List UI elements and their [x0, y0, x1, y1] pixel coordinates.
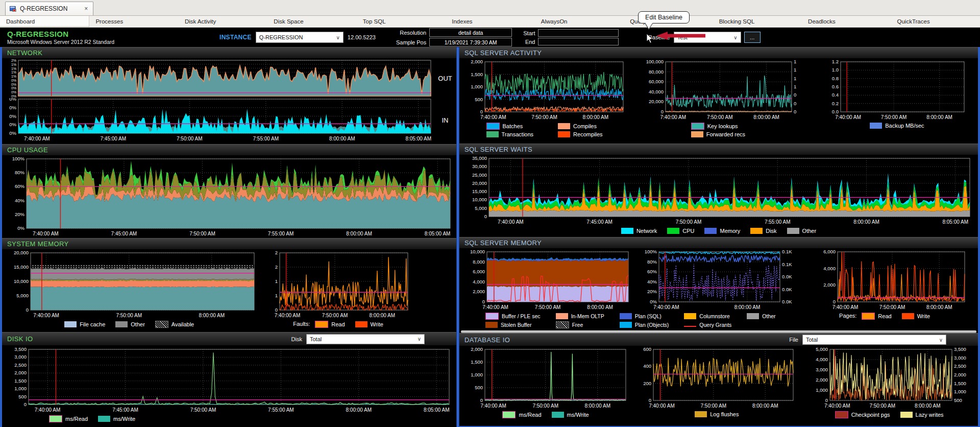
- menu-item-alwayson[interactable]: AlwaysOn: [535, 16, 624, 27]
- tab-close-icon[interactable]: ×: [84, 5, 88, 12]
- menu-item-quicktraces[interactable]: QuickTraces: [891, 16, 980, 27]
- svg-text:0%: 0%: [9, 98, 16, 102]
- file-filter: File Total∨: [789, 335, 946, 345]
- svg-text:7:40:00 AM: 7:40:00 AM: [832, 304, 858, 310]
- menu-item-blocking-sql[interactable]: Blocking SQL: [713, 16, 802, 27]
- start-input[interactable]: [538, 29, 619, 37]
- svg-text:8:00:00 AM: 8:00:00 AM: [329, 136, 355, 141]
- svg-text:3,000: 3,000: [816, 367, 828, 372]
- buffer-memory-chart: 10,0008,0006,0004,0002,00007:40:00 AM7:5…: [461, 249, 632, 311]
- legend-item: ms/Write: [552, 412, 589, 418]
- dashboard-right-column: SQL SERVER ACTIVITY 2,0001,5001,00050007…: [459, 47, 980, 427]
- menu-item-processes[interactable]: Processes: [89, 16, 178, 27]
- disk-filter: Disk Total∨: [291, 334, 425, 344]
- legend-label: Compiles: [573, 123, 597, 129]
- svg-text:7:50:00 AM: 7:50:00 AM: [322, 313, 348, 318]
- svg-text:2,000: 2,000: [954, 372, 966, 377]
- menu-item-disk-space[interactable]: Disk Space: [267, 16, 356, 27]
- panel-title-sql-waits: SQL SERVER WAITS: [464, 146, 532, 153]
- svg-text:1: 1: [794, 76, 796, 81]
- svg-text:0: 0: [275, 307, 278, 313]
- svg-text:0.0K: 0.0K: [782, 274, 792, 279]
- legend-item: Backup MB/sec: [870, 123, 924, 129]
- svg-text:60%: 60%: [647, 269, 657, 274]
- legend-item: Forwarded recs: [691, 131, 745, 137]
- file-filter-select[interactable]: Total∨: [802, 335, 946, 345]
- instance-value: Q-REGRESSION: [259, 34, 303, 40]
- network-in-label: IN: [434, 98, 456, 142]
- sql-memory-legend: Buffer / PLE secIn-Mem OLTPPlan (SQL)Col…: [459, 311, 802, 328]
- dashboard-grid: NETWORK 2%1%1%1%1%0%0%0%0%0% OUT 0%0%0%0…: [0, 47, 980, 427]
- legend-item: File cache: [64, 321, 105, 327]
- panel-database-io: DATABASE IO File Total∨ 2,0001,5001,0005…: [459, 330, 978, 426]
- start-label: Start: [523, 30, 535, 36]
- dashboard-app: Q-REGRESSION × DashboardProcessesDisk Ac…: [0, 0, 980, 427]
- menu-item-dashboard[interactable]: Dashboard: [0, 16, 89, 27]
- cache-hit-chart-svg: 100%80%60%40%20%0%0.1K0.1K0.0K0.0K0.0K7:…: [638, 249, 798, 311]
- svg-text:30,000: 30,000: [472, 163, 487, 169]
- legend-label: Free: [572, 322, 583, 328]
- backup-chart-svg: 1.21.00.80.60.40.20.07:40:00 AM7:50:00 A…: [824, 59, 969, 121]
- svg-text:8:00:00 AM: 8:00:00 AM: [853, 219, 879, 225]
- database-io-charts: 2,0001,5001,00050007:40:00 AM7:50:00 AM8…: [459, 347, 978, 418]
- legend-swatch: [315, 321, 328, 328]
- pages-chart: 6,0004,0002,00007:40:00 AM7:50:00 AM8:00…: [814, 249, 970, 311]
- tab-q-regression[interactable]: Q-REGRESSION ×: [5, 2, 93, 15]
- panel-sql-activity: SQL SERVER ACTIVITY 2,0001,5001,00050007…: [459, 47, 978, 144]
- svg-text:500: 500: [954, 397, 962, 403]
- legend-label: In-Mem OLTP: [571, 313, 604, 319]
- svg-text:500: 500: [475, 97, 483, 102]
- svg-text:60,000: 60,000: [649, 79, 664, 84]
- tab-bar: Q-REGRESSION ×: [0, 0, 980, 16]
- disk-filter-value: Total: [310, 336, 322, 342]
- legend-item: Disk: [750, 228, 776, 234]
- svg-text:8:00:00 AM: 8:00:00 AM: [346, 231, 372, 236]
- svg-text:0: 0: [649, 397, 651, 403]
- panel-system-memory: SYSTEM MEMORY 20,00015,00010,0005,00007:…: [2, 238, 456, 332]
- system-memory-legend: File cacheOtherAvailable: [2, 319, 256, 331]
- legend-swatch: [704, 228, 717, 234]
- dbio-legend-1: ms/Readms/Write: [461, 409, 630, 418]
- menu-item-indexes[interactable]: Indexes: [446, 16, 534, 27]
- disk-filter-select[interactable]: Total∨: [306, 334, 425, 344]
- pages-legend: Pages:ReadWrite: [802, 311, 968, 328]
- svg-text:7:40:00 AM: 7:40:00 AM: [35, 407, 61, 413]
- legend-swatch: [620, 322, 632, 328]
- menu-item-top-sql[interactable]: Top SQL: [357, 16, 446, 27]
- svg-text:8:00:00 AM: 8:00:00 AM: [734, 304, 761, 310]
- instance-select[interactable]: Q-REGRESSION∨: [256, 32, 344, 43]
- svg-text:0%: 0%: [17, 225, 24, 231]
- menu-item-disk-activity[interactable]: Disk Activity: [179, 16, 267, 27]
- svg-text:5,000: 5,000: [475, 205, 487, 211]
- svg-text:10,000: 10,000: [14, 278, 29, 284]
- svg-text:500: 500: [18, 394, 27, 399]
- activity-block-2: 100,00080,00060,00040,00020,000011110007…: [635, 59, 801, 137]
- svg-text:0.2: 0.2: [832, 101, 839, 106]
- edit-baseline-button[interactable]: ...: [744, 32, 761, 43]
- svg-text:15,000: 15,000: [14, 264, 29, 270]
- log-flushes-chart: 60040020007:40:00 AM7:50:00 AM8:00:00 AM: [635, 347, 798, 409]
- sql-memory-legend-row: Buffer / PLE secIn-Mem OLTPPlan (SQL)Col…: [459, 311, 978, 328]
- legend-swatch: [486, 123, 500, 130]
- legend-item: Memory: [704, 228, 740, 234]
- db-ms-read-write-chart: 2,0001,5001,00050007:40:00 AM7:50:00 AM8…: [461, 347, 630, 409]
- svg-text:0: 0: [794, 109, 796, 114]
- sql-waits-chart-svg: 35,00030,00025,00020,00015,00010,0005,00…: [462, 156, 975, 225]
- svg-text:7:45:00 AM: 7:45:00 AM: [586, 219, 612, 225]
- svg-text:0.8: 0.8: [832, 76, 839, 81]
- legend-label: Stolen Buffer: [501, 322, 532, 328]
- svg-text:1%: 1%: [11, 63, 16, 66]
- end-input[interactable]: [538, 38, 619, 45]
- edit-baseline-tooltip: Edit Baseline: [638, 11, 690, 23]
- svg-text:7:40:00 AM: 7:40:00 AM: [480, 114, 506, 120]
- svg-text:0: 0: [825, 397, 827, 403]
- activity-legend-1: BatchesCompilesTransactionsRecompiles: [461, 121, 627, 137]
- panel-title-cpu: CPU USAGE: [7, 146, 48, 154]
- svg-text:10,000: 10,000: [470, 249, 485, 254]
- menu-item-deadlocks[interactable]: Deadlocks: [802, 16, 891, 27]
- svg-text:0%: 0%: [9, 113, 16, 119]
- system-memory-charts: 20,00015,00010,0005,00007:40:00 AM7:50:0…: [2, 250, 456, 319]
- legend-item: Write: [355, 321, 383, 327]
- log-flushes-chart-svg: 60040020007:40:00 AM7:50:00 AM8:00:00 AM: [635, 347, 798, 409]
- legend-label: Columnstore: [699, 313, 730, 319]
